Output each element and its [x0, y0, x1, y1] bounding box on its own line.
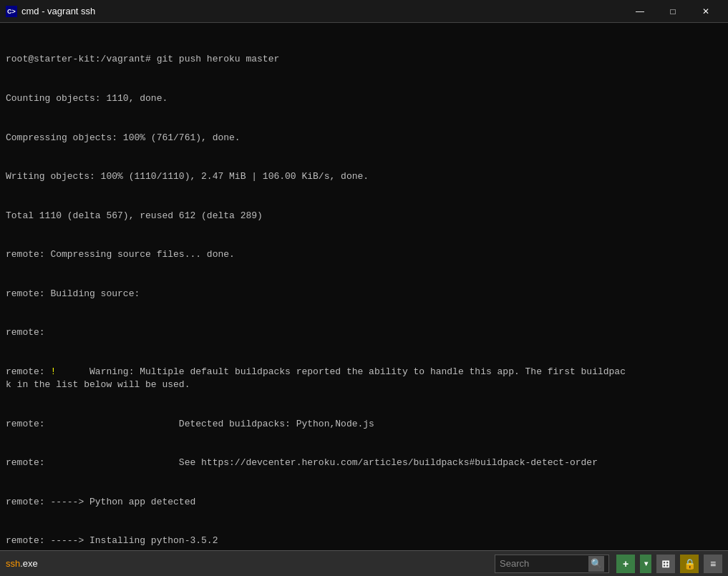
restore-button[interactable]: □ [656, 0, 689, 23]
close-button[interactable]: ✕ [689, 0, 722, 23]
terminal-line: remote: See https://devcenter.heroku.com… [6, 457, 722, 469]
search-input[interactable] [500, 558, 586, 569]
menu-button[interactable]: ≡ [704, 555, 722, 573]
terminal-line: Total 1110 (delta 567), reused 612 (delt… [6, 210, 722, 223]
minimize-button[interactable]: — [623, 0, 656, 23]
add-session-button[interactable]: + [616, 555, 635, 573]
search-box[interactable]: 🔍 [495, 555, 609, 573]
search-icon-button[interactable]: 🔍 [588, 556, 604, 572]
terminal-line: root@starter-kit:/vagrant# git push hero… [6, 53, 722, 66]
dropdown-button[interactable]: ▾ [640, 555, 651, 573]
status-exe-label: ssh.exe [6, 558, 38, 569]
terminal-line: remote: -----> Installing python-3.5.2 [6, 534, 722, 547]
terminal-line: remote: ! Warning: Multiple default buil… [6, 366, 722, 391]
terminal-line: remote: [6, 326, 722, 339]
terminal-line: remote: Detected buildpacks: Python,Node… [6, 418, 722, 431]
window-controls: — □ ✕ [623, 0, 722, 23]
terminal-line: Writing objects: 100% (1110/1110), 2.47 … [6, 170, 722, 183]
status-bar: ssh.exe 🔍 + ▾ ⊞ 🔒 ≡ [0, 550, 728, 576]
window-title: cmd - vagrant ssh [21, 6, 623, 16]
window-icon: C> [6, 6, 17, 17]
terminal-line: remote: -----> Python app detected [6, 496, 722, 509]
status-icons: + ▾ ⊞ 🔒 ≡ [613, 555, 722, 573]
terminal-line: remote: Building source: [6, 288, 722, 301]
terminal-line: remote: Compressing source files... done… [6, 248, 722, 261]
terminal-output: root@starter-kit:/vagrant# git push hero… [0, 23, 728, 550]
lock-button[interactable]: 🔒 [680, 555, 699, 573]
terminal-line: Compressing objects: 100% (761/761), don… [6, 132, 722, 145]
terminal-line: Counting objects: 1110, done. [6, 92, 722, 105]
title-bar: C> cmd - vagrant ssh — □ ✕ [0, 0, 728, 23]
grid-view-button[interactable]: ⊞ [656, 555, 675, 573]
